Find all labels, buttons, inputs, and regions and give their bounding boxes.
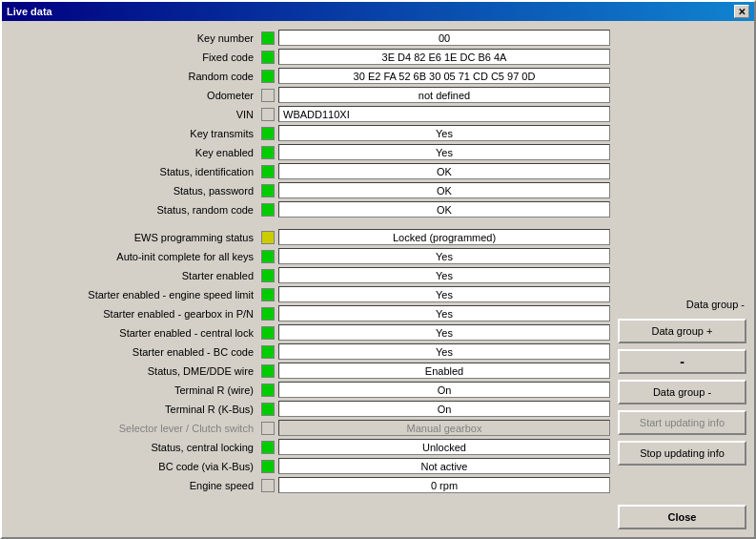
indicator-16 (261, 326, 275, 340)
data-row-19: Terminal R (wire)On (10, 381, 610, 399)
indicator-7 (261, 165, 275, 178)
main-window: Live data ✕ Key number00Fixed code3E D4 … (0, 0, 756, 539)
value-field-16: Yes (278, 324, 610, 341)
close-button[interactable]: Close (618, 505, 746, 529)
data-row-20: Terminal R (K-Bus)On (10, 400, 610, 418)
value-field-24: 0 rpm (278, 477, 610, 493)
indicator-3 (261, 89, 275, 102)
separator-10 (10, 219, 610, 227)
value-field-23: Not active (278, 458, 610, 474)
window-close-button[interactable]: ✕ (734, 5, 749, 18)
row-label-24: Engine speed (10, 480, 257, 491)
row-label-11: EWS programming status (10, 232, 257, 243)
data-row-22: Status, central lockingUnlocked (10, 438, 610, 456)
value-field-21: Manual gearbox (278, 420, 610, 436)
value-field-9: OK (278, 201, 610, 218)
value-field-0: 00 (278, 30, 610, 46)
row-label-23: BC code (via K-Bus) (10, 461, 257, 472)
content-area: Key number00Fixed code3E D4 82 E6 1E DC … (2, 21, 754, 537)
data-row-3: Odometernot defined (10, 86, 610, 104)
value-field-17: Yes (278, 343, 610, 360)
value-field-8: OK (278, 182, 610, 198)
data-row-8: Status, passwordOK (10, 181, 610, 199)
row-label-12: Auto-init complete for all keys (10, 251, 257, 262)
value-field-5: Yes (278, 125, 610, 141)
row-label-0: Key number (10, 32, 257, 44)
indicator-8 (261, 184, 275, 197)
row-label-20: Terminal R (K-Bus) (10, 404, 257, 415)
data-row-4: VINWBADD110XI (10, 105, 610, 123)
stop-updating-button[interactable]: Stop updating info (618, 441, 746, 466)
row-label-14: Starter enabled - engine speed limit (10, 289, 257, 301)
value-field-1: 3E D4 82 E6 1E DC B6 4A (278, 49, 610, 65)
row-label-15: Starter enabled - gearbox in P/N (10, 308, 257, 320)
indicator-0 (261, 31, 275, 45)
row-label-22: Status, central locking (10, 442, 257, 453)
row-label-5: Key transmits (10, 128, 257, 139)
title-bar: Live data ✕ (2, 2, 754, 21)
value-field-14: Yes (278, 286, 610, 302)
data-row-6: Key enabledYes (10, 143, 610, 161)
row-label-17: Starter enabled - BC code (10, 346, 257, 358)
data-panel: Key number00Fixed code3E D4 82 E6 1E DC … (10, 29, 610, 529)
indicator-2 (261, 70, 275, 83)
data-row-14: Starter enabled - engine speed limitYes (10, 285, 610, 303)
row-label-8: Status, password (10, 185, 257, 197)
value-field-6: Yes (278, 144, 610, 160)
data-group-minus-button[interactable]: - (618, 349, 746, 374)
data-row-13: Starter enabledYes (10, 266, 610, 284)
value-field-11: Locked (programmed) (278, 229, 610, 245)
row-label-19: Terminal R (wire) (10, 384, 257, 396)
indicator-23 (261, 460, 275, 473)
value-field-18: Enabled (278, 363, 610, 379)
data-row-2: Random code30 E2 FA 52 6B 30 05 71 CD C5… (10, 67, 610, 85)
row-label-18: Status, DME/DDE wire (10, 365, 257, 377)
indicator-13 (261, 269, 275, 282)
data-group-plus-button[interactable]: Data group + (618, 319, 746, 343)
value-field-19: On (278, 382, 610, 398)
value-field-13: Yes (278, 267, 610, 283)
data-row-0: Key number00 (10, 29, 610, 47)
row-label-13: Starter enabled (10, 270, 257, 281)
indicator-1 (261, 51, 275, 64)
data-group-label: Data group - (618, 296, 746, 313)
data-row-15: Starter enabled - gearbox in P/NYes (10, 304, 610, 322)
data-row-11: EWS programming statusLocked (programmed… (10, 228, 610, 246)
value-field-15: Yes (278, 305, 610, 321)
row-label-4: VIN (10, 109, 257, 120)
indicator-15 (261, 307, 275, 321)
data-row-12: Auto-init complete for all keysYes (10, 247, 610, 265)
data-row-24: Engine speed0 rpm (10, 476, 610, 494)
row-label-21: Selector lever / Clutch switch (10, 423, 257, 434)
indicator-17 (261, 345, 275, 359)
data-row-7: Status, identificationOK (10, 162, 610, 180)
value-field-22: Unlocked (278, 439, 610, 455)
indicator-4 (261, 108, 275, 121)
data-row-16: Starter enabled - central lockYes (10, 323, 610, 342)
data-row-18: Status, DME/DDE wireEnabled (10, 362, 610, 380)
row-label-1: Fixed code (10, 52, 257, 63)
indicator-21 (261, 422, 275, 435)
data-row-9: Status, random codeOK (10, 200, 610, 218)
data-group-minus2-button[interactable]: Data group - (618, 380, 746, 404)
value-field-2: 30 E2 FA 52 6B 30 05 71 CD C5 97 0D (278, 68, 610, 84)
window-title: Live data (7, 6, 52, 17)
indicator-14 (261, 288, 275, 301)
data-row-17: Starter enabled - BC codeYes (10, 342, 610, 361)
row-label-9: Status, random code (10, 204, 257, 216)
indicator-12 (261, 250, 275, 263)
value-field-20: On (278, 401, 610, 417)
indicator-11 (261, 231, 275, 244)
value-field-3: not defined (278, 87, 610, 103)
data-row-1: Fixed code3E D4 82 E6 1E DC B6 4A (10, 48, 610, 66)
row-label-16: Starter enabled - central lock (10, 327, 257, 339)
data-row-5: Key transmitsYes (10, 124, 610, 142)
indicator-22 (261, 441, 275, 454)
row-label-3: Odometer (10, 90, 257, 101)
indicator-20 (261, 403, 275, 416)
value-field-4: WBADD110XI (278, 106, 610, 122)
start-updating-button[interactable]: Start updating info (618, 410, 746, 435)
data-row-23: BC code (via K-Bus)Not active (10, 457, 610, 475)
row-label-6: Key enabled (10, 147, 257, 158)
indicator-18 (261, 364, 275, 378)
